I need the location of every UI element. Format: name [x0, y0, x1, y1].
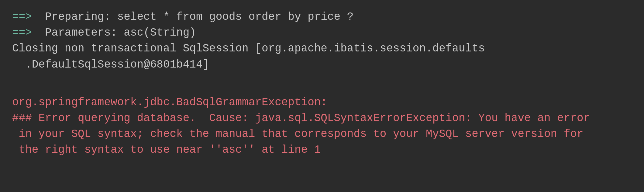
arrow-prefix: ==>: [12, 26, 32, 39]
console-line: Closing non transactional SqlSession [or…: [12, 41, 632, 57]
arrow-content: Preparing: select * from goods order by …: [32, 11, 354, 23]
arrow-content: Parameters: asc(String): [32, 26, 196, 39]
console-line: in your SQL syntax; check the manual tha…: [12, 126, 632, 142]
console-line: the right syntax to use near ''asc'' at …: [12, 142, 632, 158]
console-line: .DefaultSqlSession@6801b414]: [12, 57, 632, 73]
console-output: ==> Preparing: select * from goods order…: [12, 9, 632, 158]
console-line: ### Error querying database. Cause: java…: [12, 110, 632, 126]
console-line: ==> Parameters: asc(String): [12, 25, 632, 41]
spacer-line: [12, 84, 632, 95]
spacer-line: [12, 73, 632, 84]
console-line: org.springframework.jdbc.BadSqlGrammarEx…: [12, 95, 632, 110]
arrow-prefix: ==>: [12, 11, 32, 23]
console-line: ==> Preparing: select * from goods order…: [12, 9, 632, 25]
